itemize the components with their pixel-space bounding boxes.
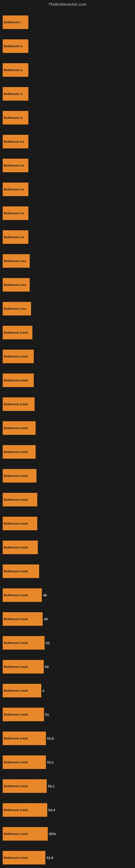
bar-value: 54.1 [48,784,54,788]
bar-label: Bottleneck re [4,44,23,48]
bar-row: Bottleneck res [3,177,132,201]
bar-value: 4 [42,689,44,693]
bar-value: 49 [44,617,48,621]
bar-label: Bottleneck res [4,188,24,191]
bar-row: Bottleneck result [3,368,132,392]
bar-row: 55%Bottleneck result [3,822,132,846]
bar-value: 52.9 [46,856,53,860]
bar-row: 52.Bottleneck result [3,631,132,655]
bar-value: 53.1 [47,760,54,764]
bar-row: Bottleneck re [3,34,132,58]
bar-row: 52.9Bottleneck result [3,846,132,868]
bar-row: 4Bottleneck result [3,679,132,703]
bar-row: Bottleneck result [3,416,132,440]
bar-label: Bottleneck r [4,21,21,24]
bar-label: Bottleneck result [4,689,28,692]
bar-row: Bottleneck result [3,321,132,344]
bar-label: Bottleneck result [4,474,28,477]
bar-label: Bottleneck resu [4,259,26,262]
bar-label: Bottleneck resu [4,283,26,286]
bar-label: Bottleneck result [4,450,28,454]
bar-row: Bottleneck result [3,464,132,488]
bar-label: Bottleneck result [4,784,28,788]
bar-label: Bottleneck result [4,355,28,358]
bar-row: Bottleneck res [3,154,132,177]
bar-row: 53.8Bottleneck result [3,726,132,750]
bar-label: Bottleneck re [4,68,23,72]
bar-row: Bottleneck re [3,58,132,82]
bar-label: Bottleneck res [4,236,24,239]
bar-value: 48 [43,593,47,597]
bar-row: Bottleneck re [3,106,132,130]
bar-label: Bottleneck result [4,426,28,430]
bar-label: Bottleneck res [4,212,24,215]
bar-row: Bottleneck result [3,512,132,535]
bar-label: Bottleneck result [4,665,28,669]
bar-label: Bottleneck result [4,713,28,716]
bar-value: 53.8 [47,737,54,741]
bar-label: Bottleneck result [4,617,28,621]
bar-row: Bottleneck res [3,225,132,249]
bar-label: Bottleneck result [4,737,28,740]
bar-label: Bottleneck result [4,498,28,501]
bar-row: Bottleneck r [3,10,132,34]
bar-label: Bottleneck result [4,403,28,406]
bar-row: 50Bottleneck result [3,655,132,679]
bar-row: Bottleneck result [3,392,132,416]
bar-label: Bottleneck res [4,140,24,143]
bar-row: Bottleneck re [3,82,132,106]
bar-value: 54.4 [48,808,55,812]
bar-label: Bottleneck resu [4,307,26,310]
bar-row: 48Bottleneck result [3,583,132,607]
bar-label: Bottleneck result [4,761,28,764]
bar-label: Bottleneck result [4,856,28,859]
bar-label: Bottleneck result [4,593,28,597]
bar-row: Bottleneck resu [3,249,132,273]
bar-label: Bottleneck result [4,641,28,645]
bar-label: Bottleneck result [4,379,28,382]
bar-label: Bottleneck re [4,92,23,95]
site-title: TheBottlenecker.com [0,0,135,8]
bar-label: Bottleneck result [4,546,28,549]
bar-value: 52. [46,641,50,645]
bar-value: 51. [45,713,50,717]
bar-row: Bottleneck result [3,535,132,559]
bar-row: 53.1Bottleneck result [3,750,132,774]
bar-label: Bottleneck result [4,808,28,812]
bar-value: 55% [49,832,56,836]
bar-row: 54.4Bottleneck result [3,798,132,822]
chart-container: Bottleneck rBottleneck reBottleneck reBo… [0,8,135,862]
bar-row: Bottleneck result [3,488,132,512]
bar-label: Bottleneck result [4,569,28,573]
bar-label: Bottleneck res [4,164,24,167]
bar-row: Bottleneck result [3,559,132,583]
bar-row: Bottleneck resu [3,297,132,321]
bar-row: 54.1Bottleneck result [3,774,132,798]
bar-row: 51.Bottleneck result [3,703,132,726]
bar-row: Bottleneck result [3,344,132,368]
bar-label: Bottleneck result [4,331,28,334]
bar-row: Bottleneck res [3,130,132,154]
bar-label: Bottleneck re [4,116,23,119]
bar-row: Bottleneck res [3,201,132,225]
bar-row: 49Bottleneck result [3,607,132,631]
bar-row: Bottleneck result [3,440,132,464]
bar-value: 50 [45,665,49,669]
bar-label: Bottleneck result [4,832,28,835]
bar-label: Bottleneck result [4,522,28,525]
bar-row: Bottleneck resu [3,273,132,297]
